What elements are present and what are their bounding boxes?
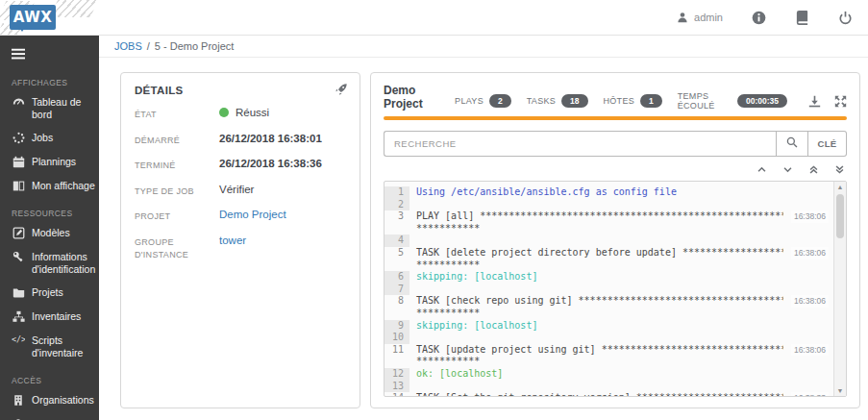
- columns-icon: [12, 180, 25, 192]
- previous-event-chevron-up-icon[interactable]: [756, 164, 767, 175]
- sidebar-item-utilisateurs[interactable]: Utilisateurs: [0, 412, 99, 420]
- detail-value: 26/12/2018 16:38:36: [219, 158, 322, 173]
- sidebar-section: AFFICHAGES Tableau de bord Jobs Planning…: [0, 67, 99, 198]
- log-row[interactable]: ***********: [384, 356, 833, 368]
- sidebar-item-label: Informations d'identification: [32, 251, 95, 275]
- log-scrollbar[interactable]: ▲ ▼: [833, 182, 846, 396]
- log-row[interactable]: 1 Using /etc/ansible/ansible.cfg as conf…: [384, 186, 833, 199]
- detail-value[interactable]: tower: [219, 235, 246, 262]
- sidebar-item-organisations[interactable]: Organisations: [0, 388, 99, 412]
- log-row[interactable]: 14 TASK [Set the git repository version]…: [384, 392, 833, 396]
- job-output-title: Demo Project: [384, 84, 455, 111]
- detail-row: TYPE DE JOB Vérifier: [135, 184, 346, 199]
- log-row[interactable]: 13: [384, 381, 833, 393]
- log-line-number: 1: [384, 186, 409, 199]
- log-row[interactable]: 7: [384, 284, 833, 296]
- next-event-chevron-down-icon[interactable]: [782, 164, 793, 175]
- log-line-number: 8: [384, 295, 409, 308]
- sidebar-item-label: Scripts d'inventaire: [32, 334, 95, 358]
- sidebar-section: RESSOURCES Modèles Informations d'identi…: [0, 198, 99, 364]
- expand-output-icon[interactable]: [834, 95, 847, 108]
- log-line-number: 2: [384, 199, 409, 211]
- scrollbar-thumb[interactable]: [836, 194, 844, 238]
- job-stats: PLAYS 2 TASKS 18 HÔTES 1 TEMPS ÉCOULÉ 00…: [455, 91, 787, 111]
- stat-label: PLAYS: [455, 96, 484, 106]
- status-success-dot: [219, 108, 229, 117]
- log-row[interactable]: 2: [384, 199, 833, 211]
- log-line-text: ***********: [409, 356, 480, 368]
- log-row[interactable]: ***********: [384, 308, 833, 320]
- log-row[interactable]: 6 skipping: [localhost]: [384, 271, 833, 284]
- sidebar-section: ACCÈS Organisations Utilisateurs Équipes: [0, 365, 99, 420]
- log-line-text: [409, 199, 416, 211]
- detail-label: PROJET: [135, 209, 219, 224]
- sidebar-item-tableau-de-bord[interactable]: Tableau de bord: [0, 90, 99, 126]
- log-timestamp: 16:38:06: [791, 210, 829, 223]
- log-row[interactable]: ***********: [384, 223, 833, 235]
- sidebar-item-label: Jobs: [32, 132, 53, 144]
- main-area: JOBS / 5 - Demo Project DÉTAILS ÉTAT Réu…: [99, 36, 868, 420]
- header-actions: admin: [677, 11, 853, 25]
- detail-label: ÉTAT: [135, 107, 219, 122]
- sidebar-section-label: ACCÈS: [0, 365, 99, 388]
- top-header: AWX admin: [0, 0, 868, 36]
- stat-label: HÔTES: [604, 96, 635, 106]
- log-line-text: ok: [localhost]: [409, 368, 503, 381]
- power-logout-icon[interactable]: [838, 11, 853, 25]
- stat-badge: 18: [561, 94, 587, 108]
- sidebar-item-inventaires[interactable]: Inventaires: [0, 305, 99, 329]
- download-output-icon[interactable]: [808, 95, 821, 108]
- log-line-text: [409, 332, 416, 344]
- awx-logo-text: AWX: [10, 5, 56, 30]
- log-line-number: 10: [384, 332, 409, 344]
- scroll-top-double-chevron-up-icon[interactable]: [808, 164, 819, 175]
- breadcrumb-separator: /: [147, 40, 150, 52]
- sidebar-item-projets[interactable]: Projets: [0, 281, 99, 305]
- detail-label: TYPE DE JOB: [135, 184, 219, 199]
- current-user[interactable]: admin: [677, 12, 723, 23]
- scroll-bottom-double-chevron-down-icon[interactable]: [834, 164, 845, 175]
- log-line-text: PLAY [all] *****************************…: [409, 210, 783, 223]
- scrollbar-down-arrow[interactable]: ▼: [834, 387, 846, 394]
- log-row[interactable]: 11 TASK [update project using git] *****…: [384, 344, 833, 357]
- job-details-panel: DÉTAILS ÉTAT Réussi DÉMARRÉ 26/12/2018 1…: [120, 72, 360, 408]
- scrollbar-up-arrow[interactable]: ▲: [834, 184, 846, 190]
- log-timestamp: 16:38:33: [791, 392, 829, 396]
- log-row[interactable]: 9 skipping: [localhost]: [384, 320, 833, 333]
- detail-label: DÉMARRÉ: [135, 133, 219, 148]
- log-row[interactable]: 4: [384, 235, 833, 247]
- stat-label: TEMPS ÉCOULÉ: [678, 91, 732, 111]
- spinner-icon: [12, 132, 25, 144]
- log-line-text: [409, 284, 416, 296]
- breadcrumb-jobs-link[interactable]: JOBS: [114, 40, 142, 52]
- sidebar-item-informations-d-identification[interactable]: Informations d'identification: [0, 245, 99, 281]
- log-line-text: TASK [check repo using git] ************…: [409, 295, 783, 308]
- log-timestamp: 16:38:06: [791, 247, 829, 259]
- docs-book-icon[interactable]: [795, 11, 809, 25]
- log-row[interactable]: 3 PLAY [all] ***************************…: [384, 210, 833, 223]
- log-row[interactable]: 10: [384, 332, 833, 344]
- relaunch-rocket-icon[interactable]: [335, 83, 348, 100]
- sidebar-item-mon-affichage[interactable]: Mon affichage: [0, 174, 99, 198]
- sidebar-item-scripts-d-inventaire[interactable]: </> Scripts d'inventaire: [0, 329, 99, 364]
- search-key-button[interactable]: CLÉ: [808, 131, 847, 157]
- search-input[interactable]: [384, 131, 776, 157]
- hamburger-menu-icon[interactable]: [0, 40, 99, 67]
- log-line-number: 9: [384, 320, 409, 333]
- stat-badge: 00:00:35: [737, 94, 787, 108]
- sidebar-item-jobs[interactable]: Jobs: [0, 126, 99, 150]
- stat-temps-ecoule: TEMPS ÉCOULÉ 00:00:35: [678, 91, 787, 111]
- log-row[interactable]: 8 TASK [check repo using git] **********…: [384, 295, 833, 308]
- svg-text:</>: </>: [12, 335, 25, 345]
- awx-logo[interactable]: AWX: [0, 0, 125, 36]
- search-button[interactable]: [776, 131, 808, 157]
- detail-value[interactable]: Demo Project: [219, 209, 286, 224]
- log-line-text: skipping: [localhost]: [409, 271, 537, 284]
- sidebar-item-plannings[interactable]: Plannings: [0, 150, 99, 174]
- log-row[interactable]: 12 ok: [localhost]: [384, 368, 833, 381]
- log-row[interactable]: ***********: [384, 259, 833, 272]
- log-row[interactable]: 5 TASK [delete project directory before …: [384, 247, 833, 259]
- pencil-square-icon: [12, 227, 25, 239]
- info-icon[interactable]: [752, 11, 766, 25]
- sidebar-item-modeles[interactable]: Modèles: [0, 221, 99, 245]
